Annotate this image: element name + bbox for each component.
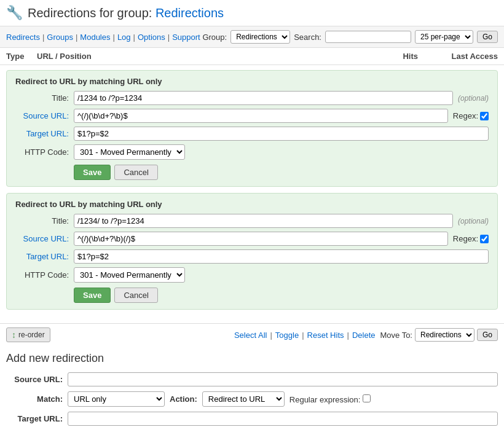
search-label: Search: [294, 33, 321, 42]
add-source-input[interactable] [68, 372, 498, 386]
card-2-save-button[interactable]: Save [74, 288, 111, 303]
card-2-target-input[interactable] [74, 249, 489, 264]
search-input[interactable] [325, 31, 411, 43]
add-source-input-wrap [68, 372, 498, 386]
card-1-cancel-button[interactable]: Cancel [114, 165, 157, 180]
add-target-label: Target URL: [12, 414, 68, 423]
card-2-title: Redirect to URL by matching URL only [15, 200, 489, 209]
table-header: Type URL / Position Hits Last Access [0, 48, 504, 65]
card-1-target-input-wrap [74, 127, 489, 141]
add-target-input-wrap [68, 412, 498, 426]
card-2-source-input-wrap [74, 232, 448, 246]
select-all-link[interactable]: Select All [234, 331, 267, 340]
card-1-title-input[interactable] [74, 91, 453, 105]
card-2-title-input[interactable] [74, 214, 453, 228]
card-2-http-label: HTTP Code: [15, 270, 74, 280]
card-2-target-link[interactable]: Target URL: [26, 252, 69, 261]
add-match-select[interactable]: URL only URL and Login status URL and Ro… [68, 391, 165, 407]
col-type-header: Type [6, 52, 37, 61]
toolbar: Redirects | Groups | Modules | Log | Opt… [0, 26, 504, 48]
card-2-http-select[interactable]: 301 - Moved Permanently 302 - Found 307 … [74, 267, 185, 283]
nav-modules[interactable]: Modules [80, 33, 110, 42]
col-last-header: Last Access [430, 52, 498, 61]
action-sep: Action: [170, 394, 197, 404]
group-label: Group: [202, 33, 227, 42]
card-2-source-label: Source URL: [15, 234, 74, 243]
card-2-source-row: Source URL: Regex: [15, 232, 489, 246]
tool-icon: 🔧 [6, 5, 23, 21]
card-1-title-row: Title: (optional) [15, 91, 489, 105]
card-2-source-input[interactable] [74, 232, 448, 246]
card-1-title-input-wrap [74, 91, 453, 105]
nav-log[interactable]: Log [117, 33, 131, 42]
card-1-source-input[interactable] [74, 109, 448, 123]
card-1-http-select[interactable]: 301 - Moved Permanently 302 - Found 307 … [74, 144, 185, 160]
group-select[interactable]: Redirections [230, 30, 290, 44]
card-1-regex-label: Regex: [453, 111, 489, 120]
nav-support[interactable]: Support [172, 33, 200, 42]
add-target-input[interactable] [68, 412, 498, 426]
card-1-source-label: Source URL: [15, 111, 74, 120]
card-2-target-input-wrap [74, 249, 489, 264]
move-go-button[interactable]: Go [477, 329, 498, 341]
card-1-btn-row: Save Cancel [74, 165, 489, 180]
card-1-http-label: HTTP Code: [15, 147, 74, 157]
card-1-optional: (optional) [458, 94, 489, 103]
add-regex-checkbox[interactable] [363, 394, 371, 402]
add-source-label: Source URL: [12, 375, 68, 384]
page-title: Redirections for group: Redirections [28, 6, 224, 20]
toolbar-go-button[interactable]: Go [477, 31, 498, 43]
add-section-title: Add new redirection [6, 352, 498, 365]
add-form: Source URL: Match: URL only URL and Logi… [6, 372, 498, 427]
card-1-title-label: Title: [15, 93, 74, 103]
card-2-cancel-button[interactable]: Cancel [114, 288, 157, 303]
card-1-target-row: Target URL: [15, 127, 489, 141]
card-1-http-row: HTTP Code: 301 - Moved Permanently 302 -… [15, 144, 489, 160]
col-hits-header: Hits [369, 52, 418, 61]
move-to: Move To: Redirections Go [380, 328, 498, 342]
add-source-row: Source URL: [12, 372, 498, 386]
add-match-row: Match: URL only URL and Login status URL… [12, 391, 498, 407]
add-action-select[interactable]: Redirect to URL Error (404) Random Redir… [202, 391, 285, 407]
card-2-source-link[interactable]: Source URL: [23, 234, 69, 243]
redirect-card-2: Redirect to URL by matching URL only Tit… [6, 193, 498, 310]
page-header: 🔧 Redirections for group: Redirections [0, 0, 504, 26]
card-1-regex-checkbox[interactable] [480, 112, 489, 120]
nav-groups[interactable]: Groups [47, 33, 73, 42]
redirect-card-1: Redirect to URL by matching URL only Tit… [6, 70, 498, 187]
card-1-target-link[interactable]: Target URL: [26, 129, 69, 138]
right-actions: Select All | Toggle | Reset Hits | Delet… [234, 328, 498, 342]
nav-links: Redirects | Groups | Modules | Log | Opt… [6, 33, 200, 42]
reset-hits-link[interactable]: Reset Hits [307, 331, 344, 340]
add-section: Add new redirection Source URL: Match: U… [0, 346, 504, 427]
card-1-save-button[interactable]: Save [74, 165, 111, 180]
card-1-target-input[interactable] [74, 127, 489, 141]
add-match-controls: URL only URL and Login status URL and Ro… [68, 391, 371, 407]
card-2-regex-label: Regex: [453, 234, 489, 243]
card-1-source-link[interactable]: Source URL: [23, 111, 69, 120]
toggle-link[interactable]: Toggle [275, 331, 299, 340]
per-page-select[interactable]: 25 per-page [415, 30, 473, 44]
add-regex-label: Regular expression: [289, 394, 371, 404]
card-2-regex-checkbox[interactable] [480, 235, 489, 243]
redirect-list: Redirect to URL by matching URL only Tit… [0, 65, 504, 321]
reorder-button[interactable]: ↕ re-order [6, 327, 50, 342]
card-1-source-input-wrap [74, 109, 448, 123]
group-link[interactable]: Redirections [156, 6, 224, 20]
add-target-row: Target URL: [12, 412, 498, 426]
nav-options[interactable]: Options [138, 33, 165, 42]
card-2-title-row: Title: (optional) [15, 214, 489, 228]
add-match-label: Match: [12, 394, 68, 404]
nav-redirects[interactable]: Redirects [6, 33, 40, 42]
reorder-icon: ↕ [12, 330, 16, 340]
move-to-select[interactable]: Redirections [415, 328, 474, 342]
card-1-title: Redirect to URL by matching URL only [15, 77, 489, 86]
card-2-title-label: Title: [15, 216, 74, 225]
card-2-target-label: Target URL: [15, 252, 74, 261]
card-2-btn-row: Save Cancel [74, 288, 489, 303]
toolbar-controls: Group: Redirections Search: 25 per-page … [202, 30, 498, 44]
col-url-header: URL / Position [37, 52, 369, 61]
card-1-source-row: Source URL: Regex: [15, 109, 489, 123]
delete-link[interactable]: Delete [352, 331, 376, 340]
card-2-target-row: Target URL: [15, 249, 489, 264]
